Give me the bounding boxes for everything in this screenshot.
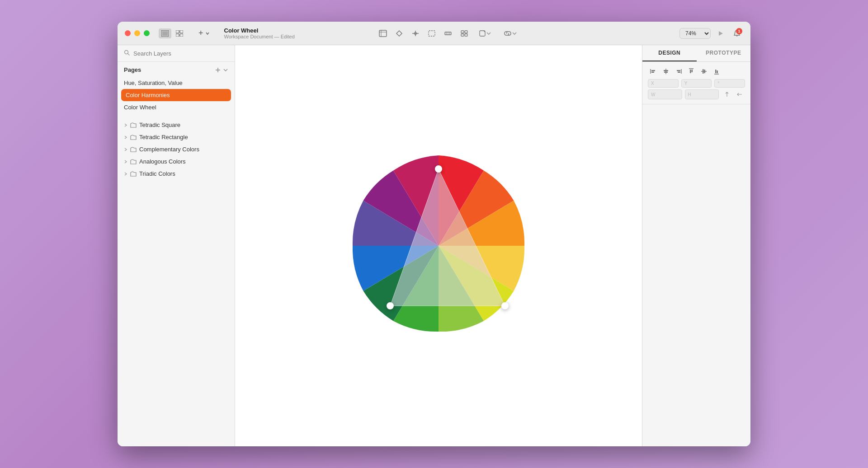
canvas-area: [235, 45, 642, 446]
layer-group-complementary[interactable]: Complementary Colors: [118, 143, 235, 155]
svg-rect-5: [180, 34, 183, 37]
grid-view-button[interactable]: [173, 28, 186, 38]
titlebar: + Color Wheel Workspace Document — Edite…: [118, 22, 750, 45]
panel-tools: X Y ° W H: [642, 62, 750, 104]
folder-icon: [130, 159, 137, 164]
chevron-down-icon: [205, 31, 210, 36]
rotation-field[interactable]: °: [714, 79, 745, 88]
svg-point-31: [387, 303, 393, 309]
align-top-button[interactable]: [686, 66, 697, 76]
svg-rect-49: [715, 70, 717, 73]
maximize-button[interactable]: [144, 30, 150, 36]
alignment-row-1: [648, 66, 745, 76]
svg-rect-35: [651, 72, 654, 73]
play-button[interactable]: [714, 27, 727, 40]
page-item-hue[interactable]: Hue, Saturation, Value: [118, 77, 235, 89]
svg-rect-15: [461, 31, 464, 33]
zoom-select[interactable]: 74% 100% 50%: [679, 28, 711, 39]
svg-rect-1: [162, 31, 168, 36]
search-icon: [124, 50, 130, 57]
page-item-color-wheel[interactable]: Color Wheel: [118, 101, 235, 113]
slice-tool-button[interactable]: [425, 27, 439, 40]
close-button[interactable]: [125, 30, 131, 36]
y-field[interactable]: Y: [681, 79, 712, 88]
align-left-button[interactable]: [648, 66, 659, 76]
position-row: X Y °: [648, 79, 745, 88]
diamond-tool-button[interactable]: [392, 27, 406, 40]
svg-rect-6: [379, 30, 387, 37]
svg-rect-3: [180, 30, 183, 33]
toolbar-center: [376, 27, 522, 40]
frame-tool-button[interactable]: [376, 27, 390, 40]
flip-vertical-button[interactable]: [734, 89, 745, 99]
svg-rect-37: [664, 70, 668, 71]
minimize-button[interactable]: [134, 30, 140, 36]
add-icon: +: [198, 28, 203, 38]
chevron-right-icon: [124, 123, 127, 127]
app-window: + Color Wheel Workspace Document — Edite…: [118, 22, 750, 446]
add-page-icon: [215, 67, 221, 73]
svg-rect-44: [692, 70, 693, 72]
pages-chevron-icon: [223, 68, 228, 72]
svg-rect-10: [429, 31, 435, 36]
notification-badge: 1: [736, 28, 742, 34]
pages-actions[interactable]: [215, 67, 228, 73]
folder-icon: [130, 147, 137, 152]
svg-rect-38: [664, 72, 668, 73]
svg-rect-43: [690, 70, 691, 73]
folder-icon: [130, 135, 137, 140]
svg-rect-40: [677, 70, 680, 71]
svg-point-30: [435, 166, 442, 172]
layer-group-analogous[interactable]: Analogous Colors: [118, 155, 235, 168]
search-input[interactable]: [133, 50, 228, 57]
chevron-right-icon: [124, 172, 127, 176]
right-panel: DESIGN PROTOTYPE: [642, 45, 750, 446]
svg-rect-34: [651, 70, 655, 71]
svg-marker-20: [719, 31, 723, 36]
tab-design[interactable]: DESIGN: [642, 45, 697, 61]
document-subtitle: Workspace Document — Edited: [224, 34, 295, 39]
flip-horizontal-button[interactable]: [722, 89, 732, 99]
height-field[interactable]: H: [685, 89, 719, 99]
tab-prototype[interactable]: PROTOTYPE: [697, 45, 751, 61]
align-right-button[interactable]: [673, 66, 684, 76]
width-field[interactable]: W: [648, 89, 682, 99]
add-button[interactable]: +: [195, 27, 213, 40]
folder-icon: [130, 122, 137, 128]
folder-icon: [130, 171, 137, 177]
main-content: Pages Hue, Saturation, Value Color Harmo…: [118, 45, 750, 446]
chevron-right-icon: [124, 160, 127, 164]
chevron-right-icon: [124, 148, 127, 151]
pages-title: Pages: [124, 66, 141, 73]
svg-line-22: [128, 54, 130, 56]
scale-tool-button[interactable]: [409, 27, 422, 40]
color-wheel[interactable]: [344, 151, 533, 341]
svg-rect-17: [461, 34, 464, 36]
align-bottom-button[interactable]: [711, 66, 722, 76]
component-tool-button[interactable]: [458, 27, 471, 40]
x-field[interactable]: X: [648, 79, 679, 88]
svg-rect-46: [703, 69, 704, 74]
svg-rect-47: [704, 70, 706, 73]
link-tool-button[interactable]: [499, 27, 522, 40]
align-middle-button[interactable]: [698, 66, 709, 76]
traffic-lights: [125, 30, 150, 36]
notification-button[interactable]: 1: [731, 27, 743, 40]
page-item-color-harmonies[interactable]: Color Harmonies: [121, 89, 231, 101]
layer-group-triadic[interactable]: Triadic Colors: [118, 168, 235, 180]
align-center-h-button[interactable]: [660, 66, 671, 76]
single-view-button[interactable]: [159, 28, 171, 38]
sidebar: Pages Hue, Saturation, Value Color Harmo…: [118, 45, 235, 446]
toolbar-right: 74% 100% 50% 1: [679, 27, 743, 40]
svg-rect-4: [176, 34, 179, 37]
layer-group-tetradic-square[interactable]: Tetradic Square: [118, 119, 235, 131]
svg-rect-18: [465, 34, 467, 36]
resize-dropdown-button[interactable]: [474, 27, 496, 40]
layer-group-tetradic-rectangle[interactable]: Tetradic Rectangle: [118, 131, 235, 143]
measure-tool-button[interactable]: [441, 27, 455, 40]
svg-rect-2: [176, 30, 179, 33]
size-row: W H: [648, 89, 745, 99]
document-title: Color Wheel: [224, 27, 295, 34]
svg-rect-50: [717, 70, 718, 73]
pages-header: Pages: [118, 62, 235, 77]
